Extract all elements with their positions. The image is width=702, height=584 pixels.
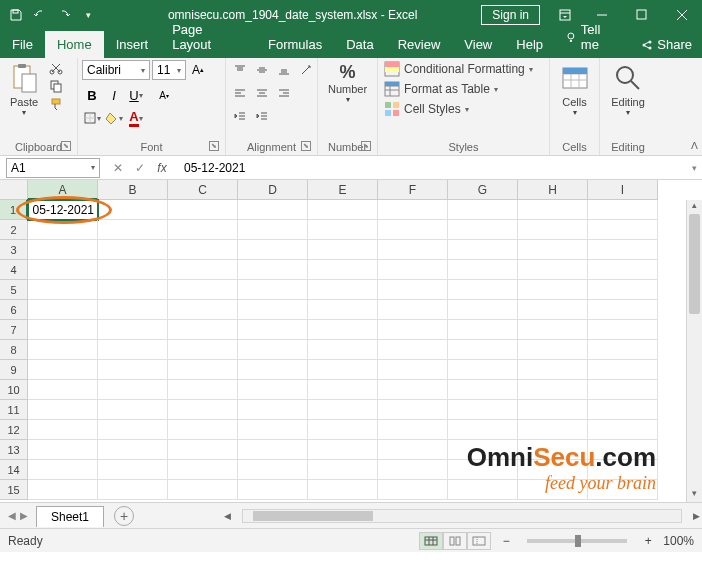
cell[interactable] (518, 340, 588, 360)
cell[interactable] (28, 480, 98, 500)
tab-insert[interactable]: Insert (104, 31, 161, 58)
cell[interactable] (308, 460, 378, 480)
copy-icon[interactable] (48, 78, 64, 94)
align-right-icon[interactable] (274, 83, 294, 103)
increase-indent-icon[interactable] (252, 106, 272, 126)
cell[interactable] (238, 400, 308, 420)
cell[interactable] (378, 240, 448, 260)
cell[interactable] (238, 260, 308, 280)
align-middle-icon[interactable] (252, 60, 272, 80)
sheet-nav-next-icon[interactable]: ▶ (20, 510, 28, 521)
cell[interactable] (238, 340, 308, 360)
scroll-up-icon[interactable]: ▴ (687, 200, 702, 214)
cell[interactable] (588, 240, 658, 260)
zoom-slider[interactable] (527, 539, 627, 543)
cell-a1[interactable]: 05-12-2021 (28, 200, 98, 220)
cell[interactable] (238, 200, 308, 220)
cell[interactable] (238, 380, 308, 400)
cell[interactable] (168, 280, 238, 300)
cell[interactable] (28, 340, 98, 360)
clipboard-dialog-launcher[interactable]: ⬊ (61, 141, 71, 151)
row-header-14[interactable]: 14 (0, 460, 28, 480)
row-header-4[interactable]: 4 (0, 260, 28, 280)
cell[interactable] (588, 260, 658, 280)
cell[interactable] (28, 300, 98, 320)
col-header-c[interactable]: C (168, 180, 238, 200)
cell[interactable] (308, 260, 378, 280)
cell[interactable] (308, 280, 378, 300)
cell[interactable] (518, 420, 588, 440)
cell[interactable] (588, 400, 658, 420)
page-break-view-button[interactable] (467, 532, 491, 550)
row-header-1[interactable]: 1 (0, 200, 28, 220)
normal-view-button[interactable] (419, 532, 443, 550)
sign-in-button[interactable]: Sign in (481, 5, 540, 25)
cell[interactable] (238, 420, 308, 440)
collapse-ribbon-icon[interactable]: ᐱ (691, 140, 698, 151)
zoom-level[interactable]: 100% (663, 534, 694, 548)
format-as-table-button[interactable]: Format as Table▾ (382, 80, 535, 98)
save-icon[interactable] (8, 7, 24, 23)
cell[interactable] (308, 340, 378, 360)
cell[interactable] (448, 300, 518, 320)
cell[interactable] (588, 440, 658, 460)
qat-more-icon[interactable]: ▾ (80, 7, 96, 23)
tab-view[interactable]: View (452, 31, 504, 58)
cell[interactable] (448, 240, 518, 260)
col-header-d[interactable]: D (238, 180, 308, 200)
cell[interactable] (98, 420, 168, 440)
col-header-b[interactable]: B (98, 180, 168, 200)
cell[interactable] (518, 240, 588, 260)
cell[interactable] (168, 400, 238, 420)
cell[interactable] (98, 200, 168, 220)
cell[interactable] (448, 260, 518, 280)
cell[interactable] (28, 460, 98, 480)
row-header-12[interactable]: 12 (0, 420, 28, 440)
cell[interactable] (518, 260, 588, 280)
font-dialog-launcher[interactable]: ⬊ (209, 141, 219, 151)
orientation-icon[interactable] (296, 60, 316, 80)
cell[interactable] (168, 420, 238, 440)
paste-button[interactable]: Paste ▾ (4, 60, 44, 119)
tab-home[interactable]: Home (45, 31, 104, 58)
cell[interactable] (28, 260, 98, 280)
cell[interactable] (378, 320, 448, 340)
cell[interactable] (588, 460, 658, 480)
tab-file[interactable]: File (0, 31, 45, 58)
cell[interactable] (308, 400, 378, 420)
zoom-in-button[interactable]: + (641, 534, 655, 548)
fill-color-button[interactable]: ▾ (104, 108, 124, 128)
decrease-font-icon[interactable]: A▾ (154, 85, 174, 105)
tab-review[interactable]: Review (386, 31, 453, 58)
row-header-8[interactable]: 8 (0, 340, 28, 360)
cell[interactable] (168, 360, 238, 380)
row-header-10[interactable]: 10 (0, 380, 28, 400)
cell[interactable] (98, 300, 168, 320)
cells-button[interactable]: Cells ▾ (555, 60, 595, 119)
close-button[interactable] (662, 0, 702, 30)
row-header-15[interactable]: 15 (0, 480, 28, 500)
row-header-3[interactable]: 3 (0, 240, 28, 260)
cell[interactable] (28, 440, 98, 460)
page-layout-view-button[interactable] (443, 532, 467, 550)
cell[interactable] (238, 440, 308, 460)
cell[interactable] (378, 200, 448, 220)
col-header-g[interactable]: G (448, 180, 518, 200)
borders-button[interactable]: ▾ (82, 108, 102, 128)
cell[interactable] (448, 220, 518, 240)
cell[interactable] (588, 380, 658, 400)
row-header-6[interactable]: 6 (0, 300, 28, 320)
cut-icon[interactable] (48, 60, 64, 76)
cell[interactable] (518, 200, 588, 220)
number-format-button[interactable]: % Number ▾ (324, 60, 371, 106)
cell[interactable] (238, 240, 308, 260)
cell[interactable] (98, 360, 168, 380)
cell[interactable] (588, 200, 658, 220)
cell[interactable] (308, 300, 378, 320)
cell[interactable] (308, 440, 378, 460)
font-size-dropdown[interactable]: 11▾ (152, 60, 186, 80)
select-all-corner[interactable] (0, 180, 28, 200)
cell[interactable] (448, 380, 518, 400)
row-header-7[interactable]: 7 (0, 320, 28, 340)
cell[interactable] (448, 480, 518, 500)
